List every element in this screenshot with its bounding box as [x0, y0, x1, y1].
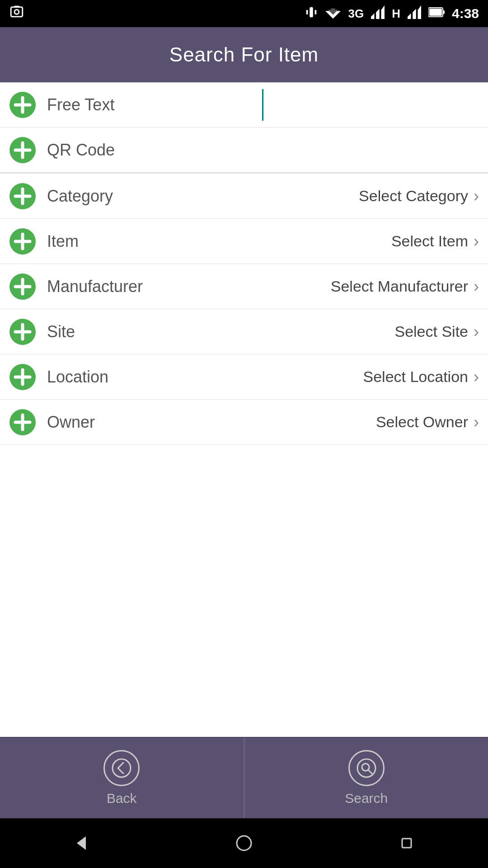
site-add-icon[interactable] [9, 318, 36, 345]
owner-chevron-icon: › [474, 413, 479, 432]
category-label: Category [47, 187, 359, 206]
manufacturer-select-label: Select Manufacturer [331, 278, 468, 295]
signal-label: 3G [348, 7, 364, 21]
svg-rect-0 [11, 7, 23, 16]
qr-code-label: QR Code [47, 141, 479, 160]
free-text-input[interactable] [262, 89, 479, 121]
owner-add-icon[interactable] [9, 409, 36, 436]
svg-marker-11 [371, 13, 375, 19]
svg-point-42 [113, 759, 131, 777]
location-select-label: Select Location [363, 368, 469, 386]
manufacturer-label: Manufacturer [47, 277, 331, 296]
category-add-icon[interactable] [9, 183, 36, 210]
item-label: Item [47, 232, 391, 251]
category-chevron-icon: › [474, 187, 479, 206]
location-chevron-icon: › [474, 368, 479, 387]
svg-rect-3 [310, 7, 314, 17]
category-select-label: Select Category [359, 187, 468, 205]
item-row[interactable]: Item Select Item › [0, 219, 488, 264]
location-label: Location [47, 368, 363, 387]
vibrate-icon [305, 5, 318, 22]
qr-code-row[interactable]: QR Code [0, 127, 488, 173]
android-home-button[interactable] [226, 825, 262, 861]
svg-marker-13 [413, 9, 416, 19]
h-signal-icon: H [392, 7, 400, 21]
free-text-row[interactable]: Free Text [0, 82, 488, 127]
back-button[interactable]: Back [0, 738, 244, 818]
qr-code-add-icon[interactable] [9, 137, 36, 164]
svg-point-47 [237, 836, 251, 850]
site-chevron-icon: › [474, 322, 479, 341]
page-header: Search For Item [0, 27, 488, 82]
svg-point-1 [14, 9, 19, 14]
svg-rect-5 [315, 10, 317, 14]
owner-label: Owner [47, 413, 376, 432]
svg-rect-4 [306, 10, 308, 14]
owner-select-label: Select Owner [376, 413, 468, 431]
svg-marker-10 [376, 9, 380, 19]
page-title: Search For Item [169, 43, 319, 66]
back-label: Back [107, 791, 137, 806]
svg-marker-12 [418, 5, 421, 19]
location-row[interactable]: Location Select Location › [0, 354, 488, 400]
category-row[interactable]: Category Select Category › [0, 174, 488, 219]
item-select-label: Select Item [391, 232, 468, 250]
svg-rect-16 [443, 10, 445, 14]
manufacturer-add-icon[interactable] [9, 273, 36, 300]
manufacturer-row[interactable]: Manufacturer Select Manufacturer › [0, 264, 488, 309]
free-text-add-icon[interactable] [9, 91, 36, 118]
svg-rect-17 [429, 9, 442, 16]
location-add-icon[interactable] [9, 363, 36, 391]
manufacturer-chevron-icon: › [474, 277, 479, 296]
item-add-icon[interactable] [9, 228, 36, 255]
site-select-label: Select Site [394, 323, 468, 340]
svg-point-43 [357, 759, 375, 777]
cellular-icon [371, 5, 385, 22]
wifi-icon [325, 5, 341, 22]
owner-row[interactable]: Owner Select Owner › [0, 400, 488, 445]
back-icon [103, 750, 140, 786]
item-chevron-icon: › [474, 232, 479, 251]
search-label: Search [345, 791, 388, 806]
svg-rect-2 [14, 5, 19, 7]
status-bar: 3G H 4:38 [0, 0, 488, 27]
time-display: 4:38 [452, 6, 479, 21]
search-icon [348, 750, 385, 786]
svg-marker-14 [408, 13, 411, 19]
android-back-button[interactable] [63, 825, 99, 861]
footer-actions: Back Search [0, 737, 488, 818]
content-area: Free Text QR Code Category Select Catego… [0, 82, 488, 737]
site-row[interactable]: Site Select Site › [0, 309, 488, 354]
h-signal-bar [408, 5, 421, 22]
svg-marker-46 [77, 836, 86, 850]
search-button[interactable]: Search [245, 738, 488, 818]
battery-icon [428, 6, 445, 21]
svg-line-45 [368, 770, 372, 774]
android-recents-button[interactable] [389, 825, 425, 861]
svg-rect-48 [402, 839, 411, 848]
svg-marker-9 [381, 5, 385, 19]
free-text-label: Free Text [47, 95, 258, 114]
site-label: Site [47, 322, 394, 341]
photo-icon [9, 5, 24, 23]
android-nav-bar [0, 818, 488, 868]
